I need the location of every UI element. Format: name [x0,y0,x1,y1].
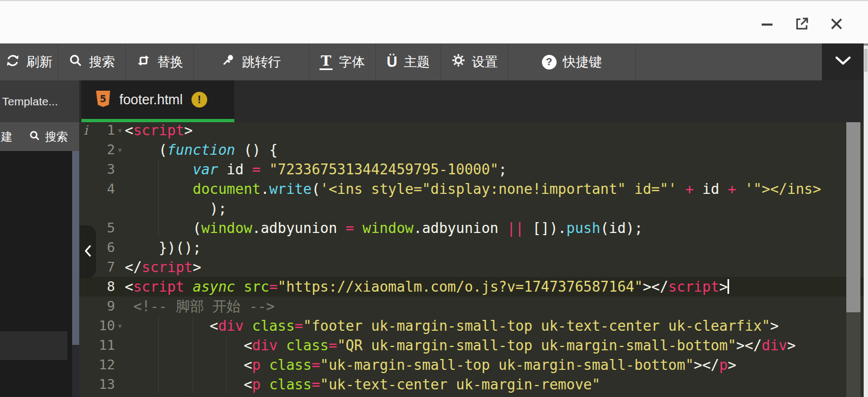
code-text: <p class="uk-text-center uk-margin-remov… [125,375,601,394]
fold-gutter [115,238,125,257]
refresh-icon [5,53,20,71]
code-line[interactable]: 10▾ <div class="footer uk-margin-small-t… [79,316,864,336]
code-line[interactable]: 8<script async src="https://xiaomalm.com… [79,277,864,297]
sidebar-search-button[interactable]: 搜索 [29,129,68,144]
pin-icon [221,53,235,71]
toolbar-button-label: 跳转行 [242,53,281,71]
code-editor[interactable]: i1▾<script>2▾ (function () {3 var id = "… [79,122,864,397]
theme-icon: Ü [387,55,398,70]
sidebar-scrollbar-track[interactable] [72,345,80,397]
sidebar-panel-title[interactable]: Template... [0,80,79,122]
toolbar-button-label: 设置 [472,53,498,71]
code-text: (function () { [125,140,278,160]
font-icon: T [320,54,332,70]
sidebar-item-highlight[interactable] [0,331,67,360]
sidebar-header: 建 搜索 [0,122,79,151]
code-line[interactable]: 2▾ (function () { [79,140,864,160]
gutter-annotation-icon: i [84,122,88,140]
code-line[interactable]: 7</script> [79,257,864,277]
fold-toggle-icon[interactable]: ▾ [115,316,125,336]
fold-gutter [115,218,125,238]
tab-strip: Template... 5 footer.html ! [0,80,864,122]
code-line[interactable]: 11 <div class="QR uk-margin-small-top uk… [79,336,864,355]
code-line[interactable]: ); [79,199,864,218]
code-line[interactable]: 13 <p class="uk-text-center uk-margin-re… [79,375,864,394]
goto-line-button[interactable]: 跳转行 [194,43,309,80]
window-scrollbar-thumb[interactable] [864,49,867,72]
toolbar-button-label: 字体 [339,53,365,71]
line-number: 2 [79,140,115,160]
fold-gutter [115,160,125,179]
editor-toolbar: 刷新 搜索 替换 跳转行 T 字体 [0,43,864,80]
html5-icon: 5 [95,90,111,110]
help-icon: ? [542,55,557,70]
replace-icon [136,53,151,71]
replace-button[interactable]: 替换 [126,43,194,80]
code-line[interactable]: 4 document.write('<ins style="display:no… [79,179,864,199]
line-number: 4 [79,179,115,199]
code-rows: i1▾<script>2▾ (function () {3 var id = "… [79,122,864,394]
refresh-button[interactable]: 刷新 [0,43,58,80]
window-controls [758,15,845,33]
code-text: ); [125,199,227,218]
code-text: (window.adbyunion = window.adbyunion || … [125,218,643,238]
editor-scrollbar-track[interactable] [846,312,860,397]
search-icon [29,130,40,144]
title-bar [0,0,868,43]
indent-guide [193,317,193,393]
window-scrollbar-track[interactable] [864,43,868,397]
line-number: 8 [79,277,115,297]
code-text: var id = "7233675313442459795-10000"; [125,160,507,179]
toolbar-button-label: 主题 [404,53,430,71]
svg-text:5: 5 [100,93,106,104]
text-cursor [727,279,729,294]
toolbar-collapse-button[interactable] [822,43,864,80]
indent-guide [158,317,159,393]
maximize-icon[interactable] [793,15,810,33]
code-line[interactable]: i1▾<script> [79,122,864,140]
window-scrollbar-tick [864,43,868,46]
font-button[interactable]: T 字体 [309,43,376,80]
editor-scrollbar-thumb[interactable] [846,122,860,312]
theme-button[interactable]: Ü 主题 [376,43,441,80]
chevron-left-icon [84,244,92,260]
search-icon [68,53,82,71]
fold-toggle-icon[interactable]: ▾ [115,140,125,160]
code-line[interactable]: 12 <p class="uk-margin-small-top uk-marg… [79,355,864,375]
toolbar-button-label: 快捷键 [563,53,602,71]
tab-footer-html[interactable]: 5 footer.html ! [81,80,234,122]
chevron-down-icon [834,56,852,68]
tab-title: footer.html [119,92,183,108]
code-text: <!-- 脚部 开始 --> [125,297,275,316]
indent-guide [226,336,227,393]
toolbar-button-label: 搜索 [89,53,115,71]
code-line[interactable]: 6 })(); [79,238,864,257]
line-number: 3 [79,160,115,179]
search-button[interactable]: 搜索 [58,43,126,80]
code-text: <p class="uk-margin-small-top uk-margin-… [125,355,736,375]
code-line[interactable]: 9 <!-- 脚部 开始 --> [79,297,864,316]
line-number: 10 [79,316,115,336]
line-number: 13 [79,375,115,394]
settings-button[interactable]: 设置 [441,43,508,80]
toolbar-spacer [636,43,822,80]
sidebar-collapse-handle[interactable] [80,225,96,278]
shortcuts-button[interactable]: ? 快捷键 [508,43,636,80]
minimize-icon[interactable] [758,15,776,33]
code-line[interactable]: 5 (window.adbyunion = window.adbyunion |… [79,218,864,238]
code-text: document.write('<ins style="display:none… [125,179,821,199]
fold-gutter [115,355,125,375]
code-line[interactable]: 3 var id = "7233675313442459795-10000"; [79,160,864,179]
sidebar-scrollbar-thumb[interactable] [72,151,80,345]
fold-toggle-icon[interactable]: ▾ [115,122,125,140]
fold-gutter [115,297,125,316]
code-text: <script async src="https://xiaomalm.com/… [125,277,729,297]
close-icon[interactable] [828,15,845,33]
line-number: 11 [79,336,115,355]
sidebar-new-button[interactable]: 建 [1,129,12,144]
fold-gutter [115,179,125,199]
code-text: </script> [125,257,201,277]
code-text: <div class="footer uk-margin-small-top u… [125,316,778,336]
indent-guide [158,160,159,237]
warning-icon: ! [192,92,207,108]
